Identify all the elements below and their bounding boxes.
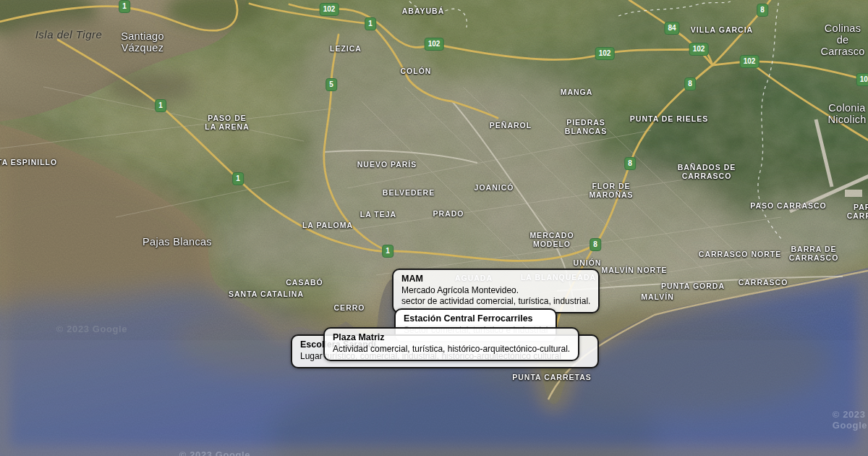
map-label: CARRASCO NORTE — [699, 250, 781, 259]
map-label: PARQUE CARRASCO — [847, 203, 868, 221]
map-label: PUNTA CARRETAS — [512, 373, 591, 382]
route-shield: 8 — [590, 238, 601, 251]
map-label: LA PALOMA — [302, 221, 353, 230]
route-shield: 102 — [320, 3, 339, 16]
map-label: MALVÍN — [641, 293, 673, 302]
tooltip-title: Plaza Matriz — [333, 332, 570, 344]
map-label: JOANICÓ — [475, 184, 514, 193]
map-label: LEZICA — [330, 45, 362, 54]
map-label: NUEVO PARÍS — [357, 161, 417, 169]
route-shield: 102 — [595, 47, 615, 60]
map-label: FLOR DE MAROÑAS — [589, 182, 633, 200]
map-label: Colinas de Carrasco — [820, 22, 864, 58]
map-label: COLÓN — [401, 67, 432, 76]
route-shield: 1 — [232, 172, 244, 185]
route-shield: 102 — [740, 55, 760, 68]
map-label: BELVEDERE — [383, 189, 435, 198]
route-shield: 5 — [326, 78, 337, 91]
map-label: MANGA — [561, 88, 593, 97]
tooltip-title: MAM — [401, 274, 590, 285]
map-label: LA TEJA — [360, 211, 396, 219]
tooltip-body-line: sector de actividad comercial, turística… — [401, 296, 590, 307]
route-shield: 102 — [425, 38, 444, 51]
map-label: CASABÓ — [286, 279, 323, 287]
google-attribution: © 2023 Google — [833, 409, 867, 431]
route-shield: 1 — [119, 0, 130, 13]
route-shield: 101 — [856, 73, 868, 86]
route-shield: 8 — [624, 157, 636, 170]
satellite-imagery — [0, 0, 868, 456]
map-label: SANTA CATALINA — [229, 290, 304, 299]
map-label: CARRASCO — [739, 279, 788, 287]
map-label: VILLA GARCIA — [691, 26, 753, 35]
map-label: Colonia Nicolich — [827, 102, 866, 125]
map-label: ABAYUBÁ — [402, 7, 445, 16]
map-label: CERRO — [334, 304, 365, 313]
map-label: Isla del Tigre — [35, 29, 103, 41]
tooltip-mam[interactable]: MAM Mercado Agrícola Montevideo. sector … — [392, 269, 600, 313]
map-label: BARRA DE CARRASCO — [789, 245, 839, 263]
tooltip-body-line: Mercado Agrícola Montevideo. — [401, 285, 590, 296]
route-shield: 102 — [689, 43, 709, 56]
map-label: PUNTA DE RIELES — [630, 115, 708, 124]
map-label: PASO DE LA ARENA — [205, 114, 249, 132]
map-label: PRADO — [433, 210, 464, 219]
google-attribution: © 2023 Google — [56, 324, 127, 334]
map-label: Santiago Vázquez — [121, 30, 164, 54]
route-shield: 1 — [155, 99, 166, 112]
map-label: Pajas Blancas — [142, 236, 212, 248]
map-label: PUNTA GORDA — [661, 282, 725, 291]
route-shield: 1 — [365, 17, 376, 30]
route-shield: 1 — [382, 245, 393, 258]
google-attribution: © 2023 Google — [179, 449, 250, 456]
route-shield: 84 — [664, 22, 679, 35]
map-label: UNIÓN — [574, 259, 602, 268]
map-label: PEÑAROL — [490, 122, 532, 130]
satellite-map-viewport[interactable]: Isla del TigreSantiago VázquezPajas Blan… — [0, 0, 868, 456]
tooltip-plaza-matriz[interactable]: Plaza Matriz Actividad comercial, turíst… — [323, 327, 579, 361]
tooltip-body-line: Actividad comercial, turística, históric… — [333, 344, 570, 355]
map-label: BAÑADOS DE CARRASCO — [678, 164, 736, 181]
map-label: MALVÍN NORTE — [601, 266, 667, 275]
map-label: MERCADO MODELO — [529, 232, 574, 249]
map-label: PASO CARRASCO — [750, 202, 827, 211]
route-shield: 8 — [757, 4, 768, 17]
tooltip-title: Estación Central Ferrocarriles — [404, 313, 548, 325]
route-shield: 8 — [684, 77, 696, 90]
map-label: PIEDRAS BLANCAS — [565, 119, 607, 136]
map-label: PUNTA ESPINILLO — [0, 159, 57, 167]
